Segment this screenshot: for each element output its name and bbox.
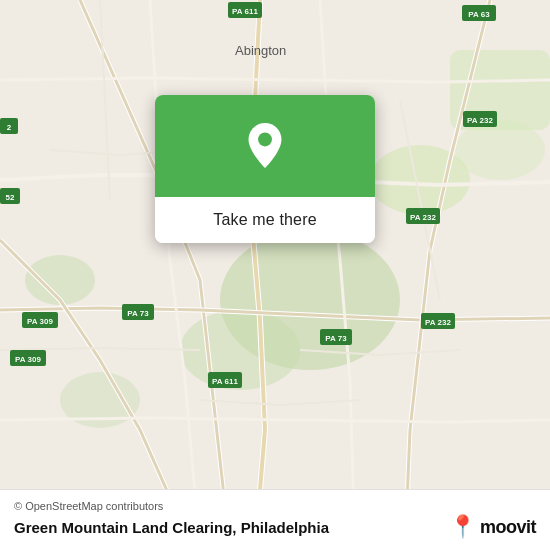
location-pin-icon [239, 123, 291, 175]
svg-text:PA 73: PA 73 [325, 334, 347, 343]
svg-text:PA 611: PA 611 [232, 7, 258, 16]
location-label-row: Green Mountain Land Clearing, Philadelph… [14, 514, 536, 540]
svg-text:PA 232: PA 232 [425, 318, 451, 327]
svg-text:PA 611: PA 611 [212, 377, 238, 386]
svg-text:PA 309: PA 309 [15, 355, 41, 364]
moovit-brand-text: moovit [480, 517, 536, 538]
svg-text:PA 63: PA 63 [468, 10, 490, 19]
svg-text:52: 52 [6, 193, 15, 202]
location-name: Green Mountain Land Clearing, Philadelph… [14, 519, 329, 536]
popup-card: Take me there [155, 95, 375, 243]
svg-text:Abington: Abington [235, 43, 286, 58]
svg-point-5 [455, 120, 545, 180]
popup-green-area [155, 95, 375, 197]
moovit-logo: 📍 moovit [449, 514, 536, 540]
map-attribution: © OpenStreetMap contributors [14, 500, 536, 512]
svg-text:PA 73: PA 73 [127, 309, 149, 318]
svg-text:PA 232: PA 232 [467, 116, 493, 125]
bottom-bar: © OpenStreetMap contributors Green Mount… [0, 489, 550, 550]
svg-text:2: 2 [7, 123, 12, 132]
moovit-pin-icon: 📍 [449, 514, 476, 540]
map-container: Abington PA 611 PA 63 PA 232 PA 232 PA 2… [0, 0, 550, 550]
map-background: Abington PA 611 PA 63 PA 232 PA 232 PA 2… [0, 0, 550, 550]
svg-text:PA 232: PA 232 [410, 213, 436, 222]
svg-point-33 [258, 133, 272, 147]
svg-text:PA 309: PA 309 [27, 317, 53, 326]
take-me-there-button[interactable]: Take me there [155, 197, 375, 243]
